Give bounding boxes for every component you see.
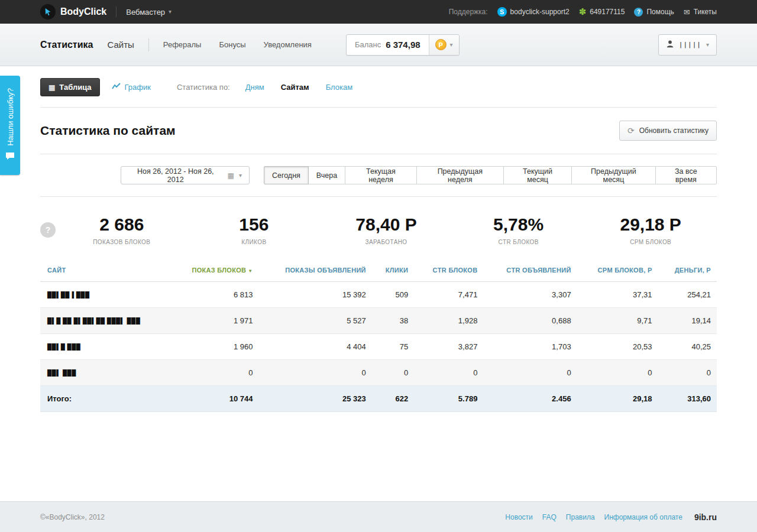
period-current-week[interactable]: Текущая неделя [345, 166, 417, 184]
nav-item-bonuses[interactable]: Бонусы [219, 40, 245, 49]
site-name-redacted: ██▌█ ███ [40, 334, 170, 360]
footer-link-news[interactable]: Новости [505, 513, 532, 521]
balance-widget[interactable]: Баланс 6 374,98 Р ▾ [346, 34, 460, 56]
column-header-clicks[interactable]: КЛИКИ [372, 259, 414, 282]
stat-value: 5,78% [452, 215, 585, 235]
table-total-row: Итого:10 74425 3236225.7892.45629,18313,… [40, 386, 717, 412]
icq-contact[interactable]: ✽ 649177115 [579, 7, 625, 17]
table-cell: 5 527 [258, 308, 371, 334]
stat-value: 2 686 [56, 215, 188, 235]
skype-icon: S [497, 7, 507, 17]
refresh-label: Обновить статистику [639, 126, 709, 135]
total-cell: 5.789 [414, 386, 483, 412]
table-cell: 0,688 [483, 308, 577, 334]
chevron-down-icon: ▾ [450, 42, 453, 48]
stats-by-sites[interactable]: Сайтам [281, 83, 309, 92]
user-icon [666, 40, 674, 50]
period-previous-week[interactable]: Предыдущая неделя [416, 166, 504, 184]
chart-icon [112, 83, 121, 92]
table-cell: 1 960 [170, 334, 258, 360]
column-header-cpm-blocks[interactable]: CPM БЛОКОВ, Р [577, 259, 658, 282]
help-link[interactable]: ? Помощь [634, 8, 674, 17]
user-menu-button[interactable]: ||||| ▾ [658, 34, 717, 56]
table-cell: 0 [372, 360, 414, 386]
skype-name: bodyclick-support2 [510, 8, 570, 16]
divider [40, 107, 717, 108]
stats-by-days[interactable]: Дням [245, 83, 264, 92]
table-view-button[interactable]: ▦ Таблица [40, 78, 100, 96]
column-header-ad-shows[interactable]: ПОКАЗЫ ОБЪЯВЛЕНИЙ [258, 259, 371, 282]
footer-link-payment-info[interactable]: Информация об оплате [604, 513, 682, 521]
total-cell: 10 744 [170, 386, 258, 412]
table-cell: 3,827 [414, 334, 483, 360]
tickets-link[interactable]: ✉ Тикеты [684, 8, 717, 17]
help-icon: ? [634, 8, 643, 17]
summary-stats: 2 686ПОКАЗОВ БЛОКОВ156КЛИКОВ78,40 РЗАРАБ… [56, 215, 717, 245]
page-header: Статистика по сайтам ⟳ Обновить статисти… [40, 121, 717, 141]
ruble-coin-icon: Р [435, 39, 447, 50]
period-previous-month[interactable]: Предыдущий месяц [571, 166, 656, 184]
stats-by-label: Статистика по: [177, 83, 230, 92]
column-header-site[interactable]: САЙТ [40, 259, 170, 282]
main-nav: СтатистикаСайтыРефералыБонусыУведомления… [0, 24, 757, 66]
column-header-block-shows[interactable]: ПОКАЗ БЛОКОВ▼ [170, 259, 258, 282]
period-yesterday[interactable]: Вчера [308, 166, 345, 184]
nav-item-statistics[interactable]: Статистика [40, 40, 93, 50]
period-all-time[interactable]: За все время [655, 166, 717, 184]
skype-contact[interactable]: S bodyclick-support2 [497, 7, 570, 17]
icq-flower-icon: ✽ [579, 7, 587, 17]
summary-row: ? 2 686ПОКАЗОВ БЛОКОВ156КЛИКОВ78,40 РЗАР… [40, 215, 717, 245]
help-label: Помощь [646, 8, 674, 16]
total-cell: 622 [372, 386, 414, 412]
nav-item-notifications[interactable]: Уведомления [264, 40, 312, 49]
grid-icon: ▦ [48, 83, 55, 92]
role-dropdown[interactable]: Вебмастер ▾ [126, 8, 172, 17]
refresh-statistics-button[interactable]: ⟳ Обновить статистику [619, 121, 717, 141]
stat-label: CTR БЛОКОВ [452, 239, 585, 245]
report-bug-tab[interactable]: Нашли ошибку? [0, 76, 20, 175]
balance-main: Баланс 6 374,98 [347, 35, 429, 55]
total-cell: 2.456 [483, 386, 577, 412]
summary-stat-earned: 78,40 РЗАРАБОТАНО [320, 215, 452, 245]
footer-links: НовостиFAQПравилаИнформация об оплате [505, 513, 682, 521]
topbar-right: Поддержка: S bodyclick-support2 ✽ 649177… [449, 7, 717, 17]
speech-bubble-icon [5, 152, 15, 163]
stats-by-links: ДнямСайтамБлокам [245, 83, 352, 92]
stats-by-blocks[interactable]: Блокам [326, 83, 353, 92]
logo[interactable]: BodyClick [40, 4, 106, 20]
stat-label: ЗАРАБОТАНО [320, 239, 452, 245]
nav-divider [148, 38, 149, 51]
total-cell: 313,60 [658, 386, 717, 412]
column-header-ctr-blocks[interactable]: CTR БЛОКОВ [414, 259, 483, 282]
table-cell: 0 [483, 360, 577, 386]
chart-view-label: График [125, 83, 151, 92]
period-today[interactable]: Сегодня [264, 166, 309, 184]
chart-view-button[interactable]: График [112, 83, 151, 92]
view-switch-row: ▦ Таблица График Статистика по: ДнямСайт… [40, 78, 717, 96]
summary-help-icon[interactable]: ? [40, 222, 56, 238]
date-range-picker[interactable]: Ноя 26, 2012 - Ноя 26, 2012 ▦ ▾ [121, 166, 250, 184]
table-cell: 1 971 [170, 308, 258, 334]
icq-number: 649177115 [590, 8, 625, 16]
footer-link-faq[interactable]: FAQ [542, 513, 557, 521]
logo-text: BodyClick [60, 7, 106, 17]
column-header-ctr-ads[interactable]: CTR ОБЪЯВЛЕНИЙ [483, 259, 577, 282]
nav-item-sites[interactable]: Сайты [107, 40, 134, 50]
period-current-month[interactable]: Текущий месяц [503, 166, 572, 184]
balance-dropdown[interactable]: Р ▾ [429, 35, 459, 55]
chevron-down-icon: ▾ [169, 9, 172, 15]
site-name-redacted: █▌█ ██ █▌██▌██ ███▌ ███ [40, 308, 170, 334]
table-cell: 3,307 [483, 282, 577, 308]
table-cell: 9,71 [577, 308, 658, 334]
topbar: BodyClick Вебмастер ▾ Поддержка: S bodyc… [0, 0, 757, 24]
stat-label: ПОКАЗОВ БЛОКОВ [56, 239, 188, 245]
table-cell: 38 [372, 308, 414, 334]
table-cell: 20,53 [577, 334, 658, 360]
nav-item-referrals[interactable]: Рефералы [163, 40, 202, 49]
footer: ©«BodyClick», 2012 НовостиFAQПравилаИнфо… [0, 501, 757, 532]
footer-link-rules[interactable]: Правила [566, 513, 595, 521]
table-cell: 75 [372, 334, 414, 360]
date-range-value: Ноя 26, 2012 - Ноя 26, 2012 [128, 167, 223, 184]
column-header-money[interactable]: ДЕНЬГИ, Р [658, 259, 717, 282]
table-cell: 15 392 [258, 282, 371, 308]
